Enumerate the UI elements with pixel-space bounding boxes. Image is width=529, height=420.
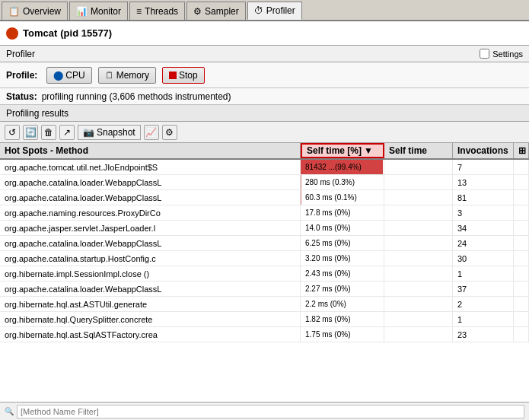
cell-icon bbox=[514, 327, 529, 342]
title-bar: Tomcat (pid 15577) bbox=[0, 21, 529, 46]
cell-method: org.hibernate.hql.QuerySplitter.concrete bbox=[0, 312, 301, 326]
cell-self-pct: 14.0 ms (0%) bbox=[301, 221, 384, 235]
pid-label: (pid 15577) bbox=[60, 27, 112, 39]
sampler-icon: ⚙ bbox=[193, 6, 202, 17]
results-table-section: Hot Spots - Method Self time [%] ▼ Self … bbox=[0, 143, 529, 402]
cell-invocations: 1 bbox=[453, 266, 514, 281]
results-table: Hot Spots - Method Self time [%] ▼ Self … bbox=[0, 143, 529, 402]
cell-self-pct: 60.3 ms (0.1%) bbox=[301, 190, 384, 205]
table-row[interactable]: org.hibernate.impl.SessionImpl.close () … bbox=[0, 266, 529, 282]
cell-invocations: 23 bbox=[453, 327, 514, 342]
cell-method: org.apache.catalina.loader.WebappClassL bbox=[0, 236, 301, 250]
cell-invocations: 37 bbox=[453, 282, 514, 296]
memory-icon: 🗒 bbox=[105, 70, 114, 81]
cell-self-time bbox=[384, 221, 453, 235]
delete-button[interactable]: 🗑 bbox=[41, 125, 56, 140]
cell-icon bbox=[514, 205, 529, 220]
export-icon: ↗ bbox=[63, 127, 71, 138]
stop-button[interactable]: Stop bbox=[162, 67, 205, 84]
cell-method: org.apache.catalina.startup.HostConfig.c bbox=[0, 251, 301, 266]
cell-icon bbox=[514, 266, 529, 281]
tomcat-icon bbox=[6, 27, 18, 40]
app-title: Tomcat bbox=[23, 27, 57, 39]
table-row[interactable]: org.hibernate.hql.ast.SqlASTFactory.crea… bbox=[0, 327, 529, 342]
results-header: Profiling results bbox=[0, 105, 529, 122]
table-row[interactable]: org.apache.catalina.loader.WebappClassL … bbox=[0, 236, 529, 251]
cell-self-pct: 81432 ...(99.4%) bbox=[301, 160, 384, 174]
cell-icon bbox=[514, 297, 529, 311]
method-name-filter[interactable] bbox=[17, 405, 524, 418]
export-button[interactable]: ↗ bbox=[59, 125, 75, 140]
col-self-pct[interactable]: Self time [%] ▼ bbox=[301, 143, 384, 158]
cell-icon bbox=[514, 251, 529, 266]
col-method[interactable]: Hot Spots - Method bbox=[0, 143, 301, 158]
refresh-button[interactable]: ↺ bbox=[5, 125, 20, 140]
chart-button[interactable]: 📈 bbox=[144, 125, 159, 140]
table-row[interactable]: org.apache.catalina.loader.WebappClassL … bbox=[0, 190, 529, 205]
settings2-button[interactable]: ⚙ bbox=[162, 125, 177, 140]
stop-icon bbox=[169, 72, 177, 79]
cell-self-pct: 280 ms (0.3%) bbox=[301, 175, 384, 189]
memory-button[interactable]: 🗒 Memory bbox=[98, 67, 156, 84]
tab-monitor[interactable]: 📊 Monitor bbox=[69, 2, 128, 20]
table-row[interactable]: org.apache.catalina.loader.WebappClassL … bbox=[0, 282, 529, 297]
chart-icon: 📈 bbox=[145, 127, 157, 138]
profiler-header: Profiler Settings bbox=[0, 46, 529, 62]
cell-self-time bbox=[384, 266, 453, 281]
refresh-icon: ↺ bbox=[8, 127, 16, 138]
cell-icon bbox=[514, 175, 529, 189]
cell-invocations: 3 bbox=[453, 205, 514, 220]
table-row[interactable]: org.apache.naming.resources.ProxyDirCo 1… bbox=[0, 205, 529, 221]
profile-row: Profile: ⬤ CPU 🗒 Memory Stop bbox=[0, 62, 529, 88]
cell-invocations: 24 bbox=[453, 236, 514, 250]
settings-row: Settings bbox=[480, 49, 523, 59]
col-self-time[interactable]: Self time bbox=[384, 143, 453, 158]
profiler-toolbar: ↺ 🔄 🗑 ↗ 📷 Snapshot 📈 ⚙ bbox=[0, 122, 529, 143]
trash-icon: 🗑 bbox=[44, 127, 53, 138]
status-row: Status: profiling running (3,606 methods… bbox=[0, 88, 529, 105]
cell-method: org.hibernate.hql.ast.SqlASTFactory.crea bbox=[0, 327, 301, 342]
table-row[interactable]: org.hibernate.hql.QuerySplitter.concrete… bbox=[0, 312, 529, 327]
cell-self-time bbox=[384, 236, 453, 250]
table-row[interactable]: org.apache.catalina.startup.HostConfig.c… bbox=[0, 251, 529, 266]
settings-checkbox[interactable] bbox=[480, 49, 489, 59]
table-header: Hot Spots - Method Self time [%] ▼ Self … bbox=[0, 143, 529, 160]
camera-icon: 📷 bbox=[83, 127, 94, 138]
cell-self-time bbox=[384, 297, 453, 311]
cell-method: org.hibernate.hql.ast.ASTUtil.generate bbox=[0, 297, 301, 311]
tab-threads[interactable]: ≡ Threads bbox=[129, 2, 185, 20]
tab-overview[interactable]: 📋 Overview bbox=[2, 2, 68, 20]
cell-method: org.apache.catalina.loader.WebappClassL bbox=[0, 175, 301, 189]
tab-profiler[interactable]: ⏱ Profiler bbox=[247, 2, 302, 20]
status-label: Status: bbox=[6, 91, 37, 102]
reload-button[interactable]: 🔄 bbox=[23, 125, 38, 140]
cell-self-pct: 2.27 ms (0%) bbox=[301, 282, 384, 296]
table-row[interactable]: org.apache.catalina.loader.WebappClassL … bbox=[0, 175, 529, 190]
cell-self-pct: 6.25 ms (0%) bbox=[301, 236, 384, 250]
cell-method: org.apache.jasper.servlet.JasperLoader.l bbox=[0, 221, 301, 235]
table-row[interactable]: org.apache.jasper.servlet.JasperLoader.l… bbox=[0, 221, 529, 236]
cell-self-time bbox=[384, 160, 453, 174]
table-row[interactable]: org.hibernate.hql.ast.ASTUtil.generate 2… bbox=[0, 297, 529, 312]
cell-invocations: 7 bbox=[453, 160, 514, 174]
col-invocations[interactable]: Invocations bbox=[453, 143, 514, 158]
cell-invocations: 1 bbox=[453, 312, 514, 326]
settings-label: Settings bbox=[492, 49, 523, 59]
col-icon-symbol: ⊞ bbox=[518, 145, 526, 156]
snapshot-button[interactable]: 📷 Snapshot bbox=[78, 125, 141, 140]
tab-sampler[interactable]: ⚙ Sampler bbox=[186, 2, 246, 20]
cell-self-time bbox=[384, 190, 453, 205]
cell-self-time bbox=[384, 205, 453, 220]
overview-icon: 📋 bbox=[8, 6, 20, 17]
settings-icon: ⚙ bbox=[165, 127, 174, 138]
cell-method: org.apache.tomcat.util.net.JIoEndpoint$S bbox=[0, 160, 301, 174]
cell-self-time bbox=[384, 175, 453, 189]
cell-icon bbox=[514, 236, 529, 250]
cpu-button[interactable]: ⬤ CPU bbox=[46, 67, 91, 84]
cell-method: org.apache.catalina.loader.WebappClassL bbox=[0, 282, 301, 296]
cell-icon bbox=[514, 160, 529, 174]
profiler-icon: ⏱ bbox=[254, 5, 263, 16]
cell-method: org.hibernate.impl.SessionImpl.close () bbox=[0, 266, 301, 281]
table-row[interactable]: org.apache.tomcat.util.net.JIoEndpoint$S… bbox=[0, 160, 529, 175]
cpu-icon: ⬤ bbox=[53, 70, 63, 81]
